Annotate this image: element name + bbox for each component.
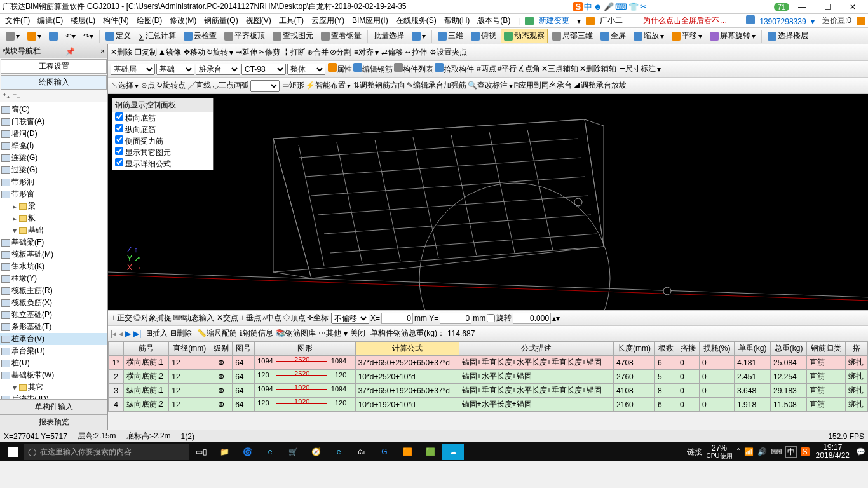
windows-taskbar[interactable]: ◯ 在这里输入你要搜索的内容 ▭▯ 📁 🌀 e 🛒 🧭 e 🗂 G 🟧 🟩 ☁ … xyxy=(0,442,868,461)
delete-row-button[interactable]: ⊟删除 xyxy=(170,328,192,339)
panel-close-button[interactable]: × xyxy=(100,47,105,56)
prop-button[interactable]: 属性 xyxy=(328,63,352,75)
adjust-dir-button[interactable]: ⇅调整钢筋方向 xyxy=(353,80,405,91)
col-header[interactable]: 计算公式 xyxy=(355,342,459,356)
notif-icon[interactable]: 💬 xyxy=(856,447,865,456)
tb-icon[interactable]: e xyxy=(259,444,281,460)
category-combo[interactable]: 基础 xyxy=(156,64,194,75)
menu-item[interactable]: 修改(M) xyxy=(167,14,199,27)
adjust-slope-button[interactable]: ◢调整承台放坡 xyxy=(573,80,627,91)
fullscreen-button[interactable]: 全屏 xyxy=(597,29,629,43)
sogou-tray-icon[interactable]: S xyxy=(801,447,810,456)
zoom-button[interactable]: 缩放▾ xyxy=(630,29,667,43)
3d-button[interactable]: 三维 xyxy=(435,29,466,43)
table-row[interactable]: 1*横向底筋.112Φ6410942520109437*d+650+2520+6… xyxy=(109,356,868,370)
tree-node[interactable]: 柱墩(Y) xyxy=(0,273,107,285)
table-row[interactable]: 3纵向底筋.112Φ6410941920109437*d+650+1920+65… xyxy=(109,384,868,398)
coin-label[interactable]: 造价豆:0 xyxy=(820,14,854,27)
component-tree[interactable]: 窗(C) 门联窗(A) 墙洞(D) 壁龛(I) 连梁(G) 过梁(G) 带形洞 … xyxy=(0,102,107,399)
rotate-button[interactable]: ↻旋转 xyxy=(207,47,228,58)
rect-button[interactable]: ▭矩形 xyxy=(282,80,304,91)
tree-node[interactable]: 带形窗 xyxy=(0,188,107,200)
rot-point-button[interactable]: ↻旋转点 xyxy=(156,80,186,91)
new-change-button[interactable]: 新建变更 xyxy=(536,14,572,27)
tab-single-input[interactable]: 单构件输入 xyxy=(0,399,107,414)
tb-icon[interactable]: 🟧 xyxy=(397,444,418,460)
menu-item[interactable]: BIM应用(I) xyxy=(349,14,391,27)
extend-button[interactable]: ⇥延伸 xyxy=(236,47,257,58)
tree-node[interactable]: 集水坑(K) xyxy=(0,261,107,273)
type-combo[interactable]: 桩承台 xyxy=(196,64,240,75)
system-tray[interactable]: 链接 27%CPU使用 ˄ 📶 🔊 ⌨ 中 S 19:172018/4/22 💬 xyxy=(687,444,865,460)
define-button[interactable]: 定义 xyxy=(102,29,134,43)
warn-text[interactable]: 为什么点击全屏后看不… xyxy=(641,14,729,27)
tree-node[interactable]: 桩承台(V) xyxy=(0,333,107,345)
menu-item[interactable]: 文件(F) xyxy=(3,14,32,27)
col-header[interactable]: 搭接 xyxy=(677,342,700,356)
col-header[interactable]: 图形 xyxy=(255,342,355,356)
col-header[interactable]: 单重(kg) xyxy=(735,342,771,356)
tree-node[interactable]: ▸ 梁 xyxy=(0,200,107,212)
ime-icon[interactable]: ✂ xyxy=(640,2,647,11)
dropdown-button[interactable]: ▾ xyxy=(409,30,429,43)
insert-row-button[interactable]: ⊞插入 xyxy=(146,328,168,339)
pin-icon[interactable]: 📌 xyxy=(65,47,75,56)
ime-icon[interactable]: 🎤 xyxy=(604,2,614,11)
sogou-logo[interactable]: S xyxy=(573,2,583,11)
menu-item[interactable]: 楼层(L) xyxy=(68,14,98,27)
align-button[interactable]: ≡对齐 xyxy=(354,47,374,58)
tree-node[interactable]: 筏板基础(M) xyxy=(0,248,107,261)
del-axis-button[interactable]: ✕删除辅轴 xyxy=(580,64,616,74)
undo-button[interactable]: ↶▾ xyxy=(62,30,79,43)
orbit-button[interactable]: 动态观察 xyxy=(501,29,548,43)
open-button[interactable]: ▾ xyxy=(24,30,44,43)
apply-same-button[interactable]: ⎘应用到同名承台 xyxy=(514,80,572,91)
tray-vol-icon[interactable]: 🔊 xyxy=(757,447,767,456)
tab-project-settings[interactable]: 工程设置 xyxy=(1,59,107,74)
rot-input[interactable] xyxy=(513,313,551,324)
save-button[interactable] xyxy=(46,30,61,43)
menu-item[interactable]: 在线服务(S) xyxy=(393,14,439,27)
align-slab-button[interactable]: 平齐板顶 xyxy=(221,29,268,43)
tb-icon[interactable]: 🛒 xyxy=(282,444,304,460)
col-header[interactable]: 搭 xyxy=(845,342,867,356)
comp-list-button[interactable]: 构件列表 xyxy=(394,63,433,75)
menu-item[interactable]: 编辑(E) xyxy=(35,14,65,27)
menu-item[interactable]: 云应用(Y) xyxy=(309,14,347,27)
ime-lang[interactable]: 中 xyxy=(584,1,592,13)
first-button[interactable]: |◂ xyxy=(111,329,116,338)
menu-item[interactable]: 视图(V) xyxy=(243,14,274,27)
new-file-button[interactable]: ▾ xyxy=(3,30,23,43)
tree-node[interactable]: 筏板主筋(R) xyxy=(0,285,107,297)
grip-button[interactable]: ⚙设置夹点 xyxy=(430,47,467,58)
tray-up-icon[interactable]: ˄ xyxy=(736,447,740,456)
ime-bar[interactable]: S 中 ☻ 🎤 ⌨ 👕 ✂ xyxy=(573,1,646,13)
col-header[interactable]: 钢筋归类 xyxy=(807,342,846,356)
cloud-check-button[interactable]: 云检查 xyxy=(180,29,220,43)
copy-button[interactable]: ❐复制 xyxy=(135,47,157,58)
notify-bubble[interactable]: 71 xyxy=(774,3,789,11)
check-label-button[interactable]: 🔍查改标注 xyxy=(468,80,508,91)
ortho-button[interactable]: ⊥正交 xyxy=(111,313,132,323)
tb-icon[interactable]: G xyxy=(374,444,395,460)
table-row[interactable]: 2横向底筋.212Φ64120252012010*d+2520+10*d锚固+水… xyxy=(109,370,868,384)
tb-icon[interactable]: 🗂 xyxy=(351,444,372,460)
lib-button[interactable]: 📚钢筋图库 xyxy=(276,328,316,339)
parallel-button[interactable]: #平行 xyxy=(498,64,517,74)
x-input[interactable] xyxy=(381,313,413,324)
inter-button[interactable]: ✕交点 xyxy=(217,313,238,323)
col-header[interactable]: 公式描述 xyxy=(459,342,614,356)
col-header[interactable]: 总重(kg) xyxy=(771,342,807,356)
menu-item[interactable]: 构件(N) xyxy=(100,14,132,27)
rebar-table[interactable]: 筋号直径(mm)级别图号图形计算公式公式描述长度(mm)根数搭接损耗(%)单重(… xyxy=(108,341,868,412)
mirror-button[interactable]: ▲镜像 xyxy=(158,47,181,58)
col-header[interactable]: 筋号 xyxy=(124,342,169,356)
expand-icon[interactable]: ⁺₊ xyxy=(3,92,10,100)
select-button[interactable]: ↖选择 xyxy=(111,80,133,91)
vertex-button[interactable]: ◇顶点 xyxy=(283,313,306,323)
menu-item[interactable]: 版本号(B) xyxy=(475,14,513,27)
tri-axis-button[interactable]: ✕三点辅轴 xyxy=(541,64,578,74)
angle-button[interactable]: ∡点角 xyxy=(518,64,540,74)
col-header[interactable] xyxy=(109,342,124,356)
other-button[interactable]: ⋯其他 xyxy=(318,328,341,339)
